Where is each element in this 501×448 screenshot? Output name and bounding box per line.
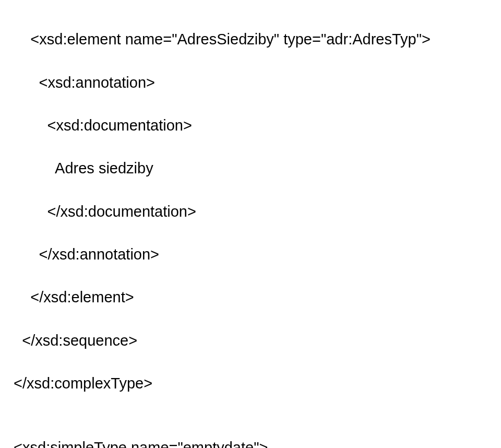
code-line: <xsd:annotation> <box>5 72 496 93</box>
code-line: </xsd:sequence> <box>5 330 496 351</box>
code-line: Adres siedziby <box>5 158 496 179</box>
code-block: <xsd:element name="AdresSiedziby" type="… <box>0 0 501 448</box>
code-line: </xsd:documentation> <box>5 201 496 222</box>
code-line: </xsd:complexType> <box>5 373 496 394</box>
code-line: </xsd:annotation> <box>5 244 496 265</box>
code-line: <xsd:documentation> <box>5 115 496 136</box>
code-line: <xsd:element name="AdresSiedziby" type="… <box>5 29 496 50</box>
code-line: <xsd:simpleType name="emptydate"> <box>5 437 496 448</box>
code-line: </xsd:element> <box>5 287 496 308</box>
